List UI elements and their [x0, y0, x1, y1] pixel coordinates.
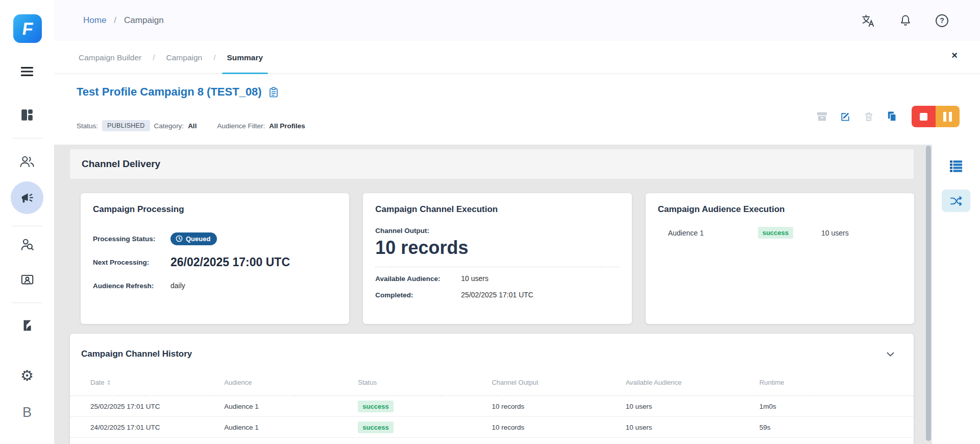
history-header: Campaign Channel History [70, 349, 914, 359]
help-question-mark: ? [940, 16, 944, 25]
pause-button[interactable] [936, 106, 960, 127]
breadcrumb: Home / Campaign [83, 0, 164, 41]
campaign-channel-history-card: Campaign Channel History Date ▲ ▼ Audien… [70, 334, 914, 444]
vertical-scrollbar [925, 145, 932, 444]
delivery-cards-row: Campaign Processing Processing Status: Q… [81, 193, 914, 324]
completed-value: 25/02/2025 17:01 UTC [461, 291, 533, 299]
trash-icon [863, 111, 874, 123]
completed-row: Completed: 25/02/2025 17:01 UTC [375, 287, 619, 303]
sidebar-item-audiences[interactable] [0, 149, 54, 174]
tab-separator: / [153, 53, 155, 62]
dashboard-icon [20, 108, 34, 122]
breadcrumb-home-link[interactable]: Home [83, 15, 106, 26]
tab-campaign[interactable]: Campaign [163, 41, 206, 74]
campaign-processing-card: Campaign Processing Processing Status: Q… [81, 193, 349, 324]
scrollbar-thumb[interactable] [926, 146, 931, 441]
notifications-button[interactable] [899, 14, 912, 27]
cell-runtime: 1m0s [760, 403, 893, 410]
channel-delivery-header: Channel Delivery [70, 149, 914, 179]
tab-bar: Campaign Builder / Campaign / Summary × [54, 41, 980, 74]
tab-summary-active[interactable]: Summary [224, 41, 266, 74]
cell-audience: Audience 1 [224, 403, 358, 410]
cell-available-audience: 10 users [626, 424, 760, 431]
card-title: Campaign Audience Execution [658, 204, 902, 215]
campaign-channel-execution-card: Campaign Channel Execution Channel Outpu… [363, 193, 631, 324]
stop-button[interactable] [912, 106, 936, 127]
brand-logo[interactable]: F [13, 14, 42, 43]
tab-separator: / [213, 53, 215, 62]
available-audience-value: 10 users [461, 274, 488, 283]
b-letter-icon: B [22, 405, 32, 420]
campaign-header-section: Test Profile Campaign 8 (TEST_08) Status… [54, 74, 980, 145]
campaign-audience-execution-card: Campaign Audience Execution Audience 1 s… [646, 193, 914, 324]
gear-icon: ⚙ [20, 368, 34, 383]
stop-icon [920, 113, 927, 121]
copy-to-clipboard-button[interactable] [269, 87, 278, 98]
main-content: Channel Delivery Campaign Processing Pro… [54, 145, 925, 444]
app-window: F [0, 0, 980, 444]
flow-view-button-active[interactable] [942, 190, 970, 212]
status-badge: PUBLISHED [102, 120, 150, 131]
page-title: Test Profile Campaign 8 (TEST_08) [77, 85, 262, 98]
sidebar-divider [12, 226, 42, 226]
chevron-down-icon [887, 352, 894, 357]
audience-filter-value: All Profiles [269, 122, 305, 130]
language-button[interactable] [861, 14, 875, 28]
edit-icon [840, 111, 851, 123]
breadcrumb-current: Campaign [124, 15, 164, 26]
status-label: Status: [77, 122, 98, 130]
help-button[interactable]: ? [936, 14, 948, 27]
category-value: All [188, 122, 197, 130]
k-logo-icon [20, 319, 34, 332]
sidebar-item-analytics[interactable] [0, 313, 54, 338]
tabs: Campaign Builder / Campaign / Summary [76, 41, 266, 74]
cell-date: 25/02/2025 17:01 UTC [90, 403, 224, 410]
settings-button[interactable]: ⚙ [0, 363, 54, 388]
archive-button-disabled[interactable] [816, 111, 828, 122]
duplicate-button[interactable] [886, 110, 898, 123]
column-header-date[interactable]: Date ▲ ▼ [90, 379, 224, 386]
cell-runtime: 59s [760, 424, 893, 431]
history-table-row: 24/02/2025 17:01 UTC Audience 1 success … [70, 417, 914, 438]
collapse-button[interactable] [887, 352, 894, 357]
audience-refresh-row: Audience Refresh: daily [93, 274, 337, 297]
sidebar-item-campaigns-active[interactable] [11, 181, 43, 214]
queued-badge-label: Queued [186, 235, 210, 243]
edit-button[interactable] [840, 111, 851, 123]
channel-output-value: 10 records [375, 237, 619, 259]
bell-icon [899, 14, 912, 27]
close-icon[interactable]: × [951, 50, 958, 60]
section-title: Channel Delivery [82, 158, 160, 170]
audience-refresh-label: Audience Refresh: [93, 282, 170, 290]
archive-icon [816, 111, 828, 122]
next-processing-row: Next Processing: 26/02/2025 17:00 UTC [93, 250, 337, 274]
top-bar: Home / Campaign [54, 0, 980, 41]
audience-filter-label: Audience Filter: [217, 122, 265, 130]
processing-status-row: Processing Status: Queued [93, 227, 337, 250]
next-processing-label: Next Processing: [93, 259, 170, 266]
user-search-icon [20, 238, 34, 251]
help-icon: ? [936, 14, 948, 27]
sidebar-item-dashboard[interactable] [0, 103, 54, 127]
processing-status-label: Processing Status: [93, 235, 170, 243]
menu-button[interactable] [0, 59, 54, 84]
column-header-audience: Audience [224, 379, 358, 386]
sidebar-divider [12, 302, 42, 303]
column-header-status: Status [358, 379, 492, 386]
column-header-runtime: Runtime [760, 379, 893, 386]
cell-status: success [358, 403, 492, 410]
card-title: Campaign Channel Execution [375, 204, 619, 215]
tab-campaign-builder[interactable]: Campaign Builder [76, 41, 144, 74]
run-controls [912, 106, 960, 127]
sort-icon[interactable]: ▲ ▼ [107, 380, 110, 386]
sidebar-divider [12, 138, 42, 138]
sidebar-item-user-search[interactable] [0, 232, 54, 257]
card-title: Campaign Processing [93, 204, 337, 215]
sidebar-item-contacts[interactable] [0, 268, 54, 292]
history-table-row: 25/02/2025 17:01 UTC Audience 1 success … [70, 396, 914, 417]
sidebar-item-b[interactable]: B [0, 400, 54, 425]
delete-button-disabled[interactable] [863, 111, 874, 123]
shuffle-icon [950, 196, 963, 206]
dashed-divider [375, 267, 619, 267]
detail-list-view-button[interactable] [949, 160, 963, 172]
